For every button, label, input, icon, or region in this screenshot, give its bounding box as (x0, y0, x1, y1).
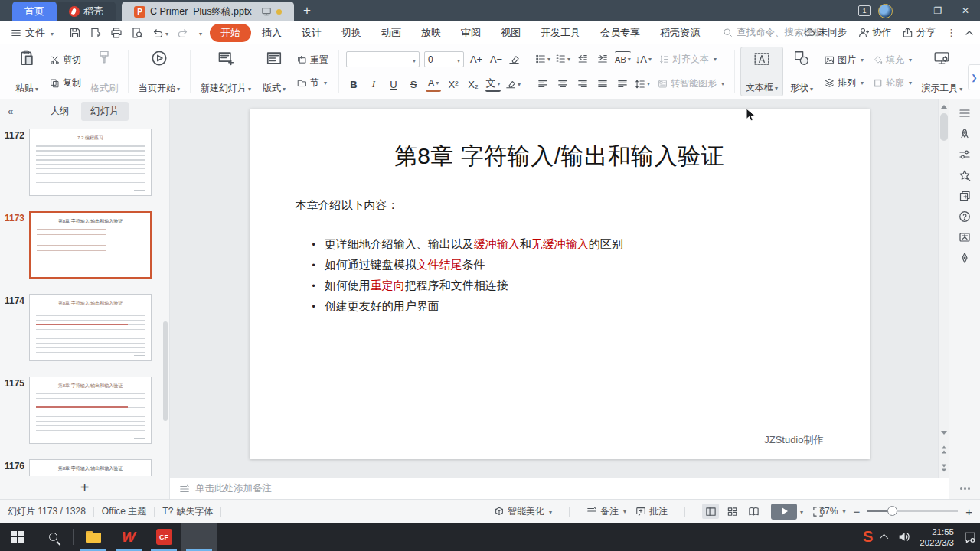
justify-button[interactable] (595, 77, 610, 92)
cut-button[interactable]: 剪切 (47, 53, 84, 67)
reset-button[interactable]: 重置 (294, 53, 332, 67)
undo-button[interactable] (152, 27, 168, 39)
action-center-icon[interactable] (963, 530, 977, 544)
outline-tab[interactable]: 大纲 (41, 102, 78, 121)
slide-thumbnail-1172[interactable]: 7.2 编程练习 (29, 129, 152, 196)
cf-app-button[interactable]: CF (146, 523, 181, 551)
export-icon[interactable] (90, 27, 102, 39)
file-explorer-button[interactable] (76, 523, 111, 551)
more-tools-ellipsis-icon[interactable] (960, 487, 970, 490)
presenter-monitor-icon[interactable] (261, 6, 272, 17)
text-highlight-button[interactable] (505, 77, 521, 92)
star-favorites-icon[interactable] (959, 169, 971, 181)
close-button[interactable]: ✕ (956, 5, 975, 16)
reading-view-button[interactable] (745, 504, 762, 519)
paste-button[interactable]: 粘贴 (8, 47, 45, 96)
slide-sorter-view-button[interactable] (724, 504, 740, 519)
pinyin-guide-button[interactable]: 文 (485, 77, 501, 92)
expand-toolbar-button[interactable]: ❯ (968, 64, 980, 90)
active-window-button[interactable] (181, 523, 217, 551)
increase-indent-button[interactable] (595, 51, 610, 67)
panel-scrollbar[interactable] (163, 321, 168, 421)
play-from-current-button[interactable]: 当页开始 (134, 47, 185, 96)
print-preview-icon[interactable] (131, 27, 143, 39)
normal-view-button[interactable] (702, 504, 719, 519)
vertical-scrollbar[interactable] (938, 99, 949, 478)
zoom-in-button[interactable]: + (965, 505, 972, 518)
subscript-button[interactable]: X₂ (466, 77, 481, 92)
add-slide-button[interactable]: + (0, 476, 169, 499)
wps-office-button[interactable]: W (111, 523, 146, 551)
italic-button[interactable]: I (366, 77, 381, 92)
file-menu[interactable]: 文件 (6, 26, 58, 40)
menu-tab-4[interactable]: 切换 (332, 24, 371, 42)
rocket-quick-tools-icon[interactable] (959, 128, 971, 140)
text-direction-button[interactable]: ↓A (635, 51, 652, 67)
menu-tab-10[interactable]: 会员专享 (591, 24, 649, 42)
hidden-icons-chevron[interactable] (880, 533, 888, 542)
decrease-font-button[interactable]: A− (488, 52, 504, 67)
copy-button[interactable]: 复制 (47, 76, 84, 90)
menu-tab-1[interactable]: 开始 (210, 24, 251, 42)
shapes-button[interactable]: 形状 (783, 47, 820, 96)
collapse-panel-icon[interactable]: « (8, 106, 13, 117)
settings-sliders-icon[interactable] (959, 148, 971, 161)
volume-icon[interactable] (897, 530, 910, 543)
slideshow-play-arrow-icon[interactable] (799, 506, 803, 517)
scrollbar-thumb[interactable] (940, 113, 948, 141)
quick-access-more-icon[interactable] (198, 28, 202, 38)
save-icon[interactable] (69, 27, 81, 39)
taskbar-search-button[interactable] (35, 523, 70, 551)
window-list-badge[interactable]: 1 (858, 5, 871, 16)
user-avatar[interactable] (878, 4, 893, 18)
scroll-up-icon[interactable] (939, 101, 949, 112)
slide-credit-text[interactable]: JZStudio制作 (764, 433, 823, 447)
current-slide[interactable]: 第8章 字符输入/输出和输入验证 本章介绍以下内容： 更详细地介绍输入、输出以及… (250, 109, 870, 459)
character-spacing-button[interactable]: AB (615, 51, 631, 67)
scroll-down-icon[interactable] (939, 427, 949, 438)
line-spacing-button[interactable] (635, 77, 650, 92)
menu-tab-8[interactable]: 视图 (492, 24, 530, 42)
collaborate-button[interactable]: 协作 (858, 26, 891, 39)
sync-status-button[interactable]: 未同步 (804, 26, 848, 39)
picture-button[interactable]: 图片 (822, 53, 867, 67)
menu-tab-11[interactable]: 稻壳资源 (651, 24, 709, 42)
slide-canvas[interactable]: 第8章 字符输入/输出和输入验证 本章介绍以下内容： 更详细地介绍输入、输出以及… (170, 99, 949, 478)
menu-tab-3[interactable]: 设计 (292, 24, 331, 42)
superscript-button[interactable]: X² (446, 77, 461, 92)
next-slide-icon[interactable] (939, 462, 949, 473)
zoom-out-button[interactable]: − (853, 505, 860, 518)
menu-tab-5[interactable]: 动画 (372, 24, 410, 42)
font-family-combobox[interactable] (346, 51, 420, 67)
start-button[interactable] (0, 523, 35, 551)
previous-slide-icon[interactable] (939, 444, 949, 455)
slide-title[interactable]: 第8章 字符输入/输出和输入验证 (250, 141, 870, 172)
slide-intro-text[interactable]: 本章介绍以下内容： (296, 198, 870, 213)
translate-icon[interactable] (959, 231, 971, 243)
section-button[interactable]: 节 (294, 76, 332, 90)
missing-font-button[interactable]: T? 缺失字体 (162, 505, 213, 518)
zoom-slider[interactable] (867, 510, 958, 512)
format-painter-button[interactable]: 格式刷 (86, 47, 122, 96)
windows-stack-icon[interactable] (959, 190, 971, 202)
font-color-button[interactable]: A (426, 77, 441, 92)
align-center-button[interactable] (555, 77, 570, 92)
increase-font-button[interactable]: A+ (469, 52, 484, 67)
home-tab[interactable]: 首页 (12, 2, 57, 21)
print-icon[interactable] (110, 27, 122, 39)
slide-thumbnail-1176[interactable]: 第8章 字符输入/输出和输入验证 (29, 459, 152, 476)
slide-thumbnail-1173[interactable]: 第8章 字符输入/输出和输入验证 (29, 211, 152, 279)
help-icon[interactable] (959, 210, 971, 223)
menu-tab-9[interactable]: 开发工具 (531, 24, 590, 42)
arrange-button[interactable]: 排列 (822, 76, 867, 90)
slide-thumbnail-1174[interactable]: 第8章 字符输入/输出和输入验证 (29, 294, 152, 361)
presentation-tools-button[interactable]: 演示工具 (916, 47, 967, 96)
new-document-tab-button[interactable]: + (294, 3, 320, 21)
slide-thumbnail-1175[interactable]: 第8章 字符输入/输出和输入验证 (29, 377, 152, 444)
bold-button[interactable]: B (346, 77, 361, 92)
notes-toggle-button[interactable]: 备注 (586, 505, 626, 518)
decrease-indent-button[interactable] (575, 51, 590, 67)
distribute-button[interactable] (615, 77, 630, 92)
compass-navigation-icon[interactable] (959, 252, 971, 264)
text-box-button[interactable]: 文本框 (740, 47, 783, 96)
